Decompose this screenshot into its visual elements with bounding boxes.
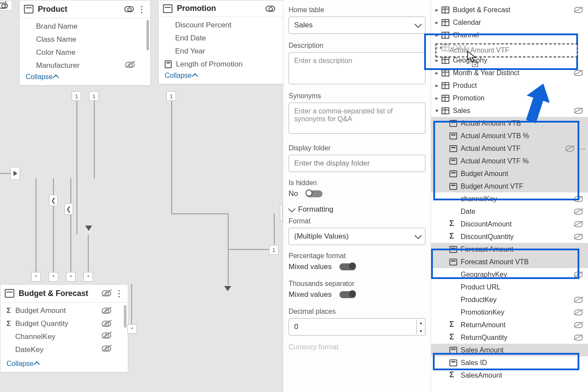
cursor-copy-badge: + bbox=[472, 62, 478, 67]
field-item[interactable]: ReturnAmount bbox=[431, 319, 588, 331]
field-row[interactable]: Class Name bbox=[20, 33, 150, 46]
format-select[interactable]: (Multiple Values) bbox=[289, 228, 425, 245]
table-item[interactable]: ▸Channel bbox=[431, 29, 588, 41]
description-input[interactable]: Enter a description bbox=[289, 52, 425, 84]
expand-icon[interactable]: ▾ bbox=[434, 107, 440, 114]
hidden-icon[interactable] bbox=[102, 290, 111, 296]
field-item[interactable]: DiscountQuantity bbox=[431, 230, 588, 243]
thousands-value: Mixed values bbox=[289, 290, 332, 299]
expand-icon[interactable]: ▸ bbox=[434, 70, 440, 76]
home-table-select[interactable]: Sales bbox=[289, 17, 425, 34]
hidden-icon bbox=[574, 108, 583, 114]
measure-icon bbox=[449, 158, 457, 165]
field-row[interactable]: Σ Budget Quantity bbox=[0, 317, 128, 330]
eye-icon[interactable] bbox=[124, 6, 134, 12]
chevron-down-icon bbox=[415, 232, 422, 239]
table-item[interactable]: ▸Budget & Forecast bbox=[431, 3, 588, 16]
chevron-down-icon bbox=[288, 205, 296, 213]
cardinality-one: 1 bbox=[89, 91, 99, 101]
expand-icon[interactable]: ▸ bbox=[434, 57, 440, 63]
table-item[interactable]: ▸Calendar bbox=[431, 16, 588, 29]
item-label: ProductKey bbox=[461, 296, 584, 304]
currency-format-label: Currency format bbox=[289, 343, 425, 351]
field-item[interactable]: Budget Amount VTF bbox=[431, 180, 588, 193]
more-icon[interactable]: ⋮ bbox=[115, 288, 123, 299]
expand-icon[interactable]: ▸ bbox=[434, 82, 440, 89]
expand-icon[interactable]: ▸ bbox=[434, 32, 440, 38]
percentage-toggle[interactable] bbox=[339, 263, 356, 270]
item-label: ReturnQuantity bbox=[461, 334, 584, 342]
field-item[interactable]: ProductKey bbox=[431, 293, 588, 306]
collapse-link[interactable]: Collapse bbox=[20, 70, 150, 85]
item-label: Sales Amount bbox=[461, 346, 584, 354]
table-item[interactable]: ▾Sales bbox=[431, 104, 588, 117]
collapse-link[interactable]: Collapse bbox=[159, 68, 283, 84]
item-label: Channel bbox=[453, 31, 584, 39]
hidden-icon bbox=[102, 332, 111, 339]
promotion-table-card[interactable]: Promotion Discount Percent End Date End … bbox=[158, 0, 283, 84]
expand-icon[interactable]: ▸ bbox=[434, 7, 440, 13]
cardinality-many: * bbox=[83, 272, 93, 282]
item-label: Forecast Amount bbox=[461, 246, 584, 253]
more-icon[interactable]: ⋮ bbox=[137, 4, 146, 14]
field-row[interactable]: Length of Promotion bbox=[159, 58, 283, 68]
is-hidden-label: Is hidden bbox=[289, 179, 425, 187]
field-row[interactable]: Discount Percent bbox=[159, 19, 283, 32]
table-item[interactable]: ▸Product bbox=[431, 79, 588, 92]
item-label: ReturnAmount bbox=[461, 321, 584, 329]
thousands-toggle[interactable] bbox=[339, 291, 356, 298]
field-row[interactable]: DateKey bbox=[0, 343, 128, 356]
field-item[interactable]: Actual Amount VTB bbox=[431, 117, 588, 130]
field-item[interactable]: Actual Amount VTF⋯ bbox=[431, 142, 588, 155]
field-item[interactable]: SalesAmount bbox=[431, 369, 588, 382]
field-row[interactable]: ChannelKey bbox=[0, 330, 128, 343]
visible-icon[interactable] bbox=[565, 146, 574, 152]
scrollbar-thumb[interactable] bbox=[124, 305, 126, 328]
cardinality-one: 1 bbox=[269, 245, 279, 255]
field-item[interactable]: PromotionKey bbox=[431, 306, 588, 319]
field-item[interactable]: DiscountAmount bbox=[431, 218, 588, 230]
field-item[interactable]: Sales Amount bbox=[431, 344, 588, 356]
is-hidden-toggle[interactable] bbox=[306, 190, 322, 197]
item-label: Sales ID bbox=[461, 359, 584, 367]
more-icon[interactable]: ⋯ bbox=[578, 144, 585, 153]
eye-icon[interactable] bbox=[266, 6, 275, 12]
scrollbar-thumb[interactable] bbox=[146, 20, 149, 50]
table-icon bbox=[442, 82, 449, 89]
budget-forecast-card[interactable]: Budget & Forecast ⋮ Σ Budget Amount Σ Bu… bbox=[0, 284, 128, 372]
field-row[interactable]: Brand Name bbox=[20, 20, 150, 33]
field-item[interactable]: Forecast Amount bbox=[431, 243, 588, 256]
eye-icon[interactable] bbox=[0, 3, 8, 9]
spin-down[interactable]: ▼ bbox=[417, 327, 425, 335]
model-diagram-canvas[interactable]: ⋮ Product ⋮ Brand Name Class Name Color … bbox=[0, 0, 283, 392]
synonyms-input[interactable]: Enter a comma-separated list of synonyms… bbox=[289, 103, 425, 134]
collapse-link[interactable]: Collapse bbox=[0, 356, 128, 372]
field-item[interactable]: Actual Amount VTF % bbox=[431, 155, 588, 167]
formatting-section-header[interactable]: Formatting bbox=[289, 205, 425, 214]
field-item[interactable]: GeographyKey bbox=[431, 268, 588, 281]
display-folder-input[interactable] bbox=[289, 155, 425, 172]
product-table-card[interactable]: Product ⋮ Brand Name Class Name Color Na… bbox=[19, 0, 151, 86]
field-row[interactable]: Color Name bbox=[20, 46, 150, 59]
decimal-places-input[interactable] bbox=[289, 318, 417, 336]
expand-icon[interactable]: ▸ bbox=[434, 19, 440, 26]
field-item[interactable]: Forecast Amount VTB bbox=[431, 256, 588, 268]
filter-direction-icon bbox=[10, 167, 20, 180]
decimal-places-spinner[interactable]: ▲▼ bbox=[289, 318, 425, 336]
panel-resize-handle[interactable] bbox=[280, 204, 282, 221]
field-item[interactable]: channelKey bbox=[431, 193, 588, 205]
field-item[interactable]: Sales ID bbox=[431, 356, 588, 369]
field-item[interactable]: Date bbox=[431, 205, 588, 218]
field-item[interactable]: Product URL bbox=[431, 281, 588, 293]
field-row[interactable]: Σ Budget Amount bbox=[0, 304, 128, 317]
table-item[interactable]: ▸Month & Year Distinct bbox=[431, 66, 588, 79]
field-row[interactable]: End Year bbox=[159, 45, 283, 58]
table-item[interactable]: ▸Promotion bbox=[431, 92, 588, 104]
field-item[interactable]: Actual Amount VTB % bbox=[431, 130, 588, 142]
spin-up[interactable]: ▲ bbox=[417, 319, 425, 327]
expand-icon[interactable]: ▸ bbox=[434, 95, 440, 101]
field-item[interactable]: Budget Amount bbox=[431, 167, 588, 180]
field-item[interactable]: ReturnQuantity bbox=[431, 331, 588, 344]
measure-icon bbox=[449, 246, 457, 253]
field-row[interactable]: End Date bbox=[159, 32, 283, 45]
